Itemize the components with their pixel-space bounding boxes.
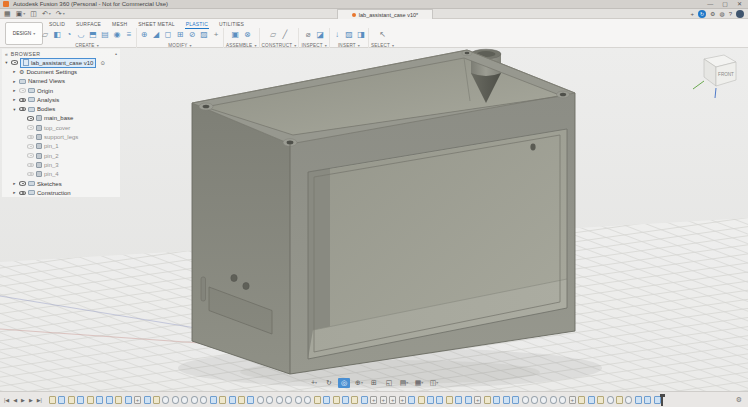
- browser-options-icon[interactable]: •: [115, 51, 117, 57]
- orbit-icon[interactable]: ↻: [323, 378, 335, 388]
- visibility-eye-icon[interactable]: [19, 88, 26, 93]
- help-icon[interactable]: ?: [729, 10, 732, 18]
- sweep-icon[interactable]: ◡: [76, 29, 86, 41]
- timeline-feature-fillet[interactable]: [172, 396, 179, 404]
- timeline-feature-fillet[interactable]: [540, 396, 547, 404]
- timeline-feature-extrude[interactable]: [465, 396, 472, 404]
- look-at-icon[interactable]: ◎: [338, 378, 350, 388]
- timeline-settings-gear-icon[interactable]: ⚙: [736, 396, 742, 404]
- loft-icon[interactable]: ⬒: [88, 29, 98, 41]
- step-forward-icon[interactable]: ▶: [29, 397, 33, 403]
- timeline-feature-extrude[interactable]: [503, 396, 510, 404]
- timeline-feature-move[interactable]: [399, 396, 406, 404]
- timeline-feature-extrude[interactable]: [644, 396, 651, 404]
- timeline-feature-sketch[interactable]: [446, 396, 453, 404]
- timeline-feature-fillet[interactable]: [607, 396, 614, 404]
- side-slot[interactable]: [201, 277, 206, 301]
- timeline-feature-extrude[interactable]: [588, 396, 595, 404]
- timeline-feature-move[interactable]: [569, 396, 576, 404]
- timeline-feature-fillet[interactable]: [200, 396, 207, 404]
- inner-wall-hole[interactable]: [530, 144, 535, 151]
- case-left-face[interactable]: [192, 103, 290, 374]
- joint-icon[interactable]: ⊗: [242, 29, 252, 41]
- rib-icon[interactable]: ▤: [100, 29, 110, 41]
- revolve-icon[interactable]: ◔: [64, 29, 74, 41]
- timeline-feature-fillet[interactable]: [266, 396, 273, 404]
- timeline-feature-move[interactable]: [380, 396, 387, 404]
- selected-item-box[interactable]: lab_assistant_case v10: [20, 58, 96, 68]
- viewports-icon[interactable]: ◫▾: [428, 378, 440, 388]
- browser-row-top-cover[interactable]: top_cover: [2, 123, 120, 132]
- settings-gear-icon[interactable]: ⚙: [710, 10, 715, 18]
- combine-icon[interactable]: ⊞: [175, 29, 185, 41]
- zoom-icon[interactable]: ⊕▾: [353, 378, 365, 388]
- create-sketch-icon[interactable]: ▱: [40, 29, 50, 41]
- timeline-feature-sketch[interactable]: [68, 396, 75, 404]
- fit-icon[interactable]: ◱: [383, 378, 395, 388]
- timeline-feature-extrude[interactable]: [106, 396, 113, 404]
- sync-status-icon[interactable]: ↻: [698, 10, 706, 18]
- timeline-feature-move[interactable]: [474, 396, 481, 404]
- minimize-button[interactable]: —: [707, 0, 713, 9]
- tree-arrow-icon[interactable]: ▾: [12, 107, 17, 112]
- insert-derive-icon[interactable]: ↓: [332, 29, 342, 41]
- canvas-image-icon[interactable]: ▨: [344, 29, 354, 41]
- hole-icon[interactable]: ◉: [112, 29, 122, 41]
- play-icon[interactable]: ▶: [21, 397, 25, 403]
- zoom-window-icon[interactable]: ⊞: [368, 378, 380, 388]
- construction-axis-icon[interactable]: ╱: [280, 29, 290, 41]
- timeline-feature-extrude[interactable]: [427, 396, 434, 404]
- visibility-eye-icon[interactable]: [27, 153, 34, 158]
- timeline-feature-extrude[interactable]: [96, 396, 103, 404]
- tree-arrow-icon[interactable]: ▸: [12, 69, 17, 74]
- select-cursor-icon[interactable]: ↖: [378, 29, 388, 41]
- timeline-feature-move[interactable]: [370, 396, 377, 404]
- save-icon[interactable]: ◫: [30, 9, 37, 19]
- application-menu-icon[interactable]: ▦: [4, 9, 11, 19]
- extrude-icon[interactable]: ◧: [52, 29, 62, 41]
- timeline-feature-fillet[interactable]: [522, 396, 529, 404]
- browser-row-named-views[interactable]: ▸Named Views: [2, 77, 120, 86]
- timeline-feature-extrude[interactable]: [58, 396, 65, 404]
- go-to-end-icon[interactable]: ▶|: [37, 397, 42, 403]
- ribbon-tab-sheet-metal[interactable]: SHEET METAL: [137, 20, 175, 28]
- notifications-bell-icon[interactable]: ◍: [719, 10, 724, 18]
- decal-icon[interactable]: ◨: [356, 29, 366, 41]
- undo-icon[interactable]: ↶▾: [42, 9, 51, 19]
- timeline-feature-extrude[interactable]: [635, 396, 642, 404]
- timeline-feature-move[interactable]: [389, 396, 396, 404]
- browser-row-support-legs[interactable]: support_legs: [2, 132, 120, 141]
- visibility-eye-icon[interactable]: [19, 98, 26, 103]
- add-tab-icon[interactable]: +: [691, 10, 695, 18]
- display-settings-icon[interactable]: ▤▾: [398, 378, 410, 388]
- visibility-eye-icon[interactable]: [27, 172, 34, 177]
- shell-icon[interactable]: ◻: [163, 29, 173, 41]
- tree-arrow-icon[interactable]: ▸: [12, 181, 17, 186]
- browser-row-bodies[interactable]: ▾Bodies: [2, 104, 120, 113]
- visibility-eye-icon[interactable]: [19, 107, 26, 112]
- timeline-playhead[interactable]: [661, 394, 663, 406]
- paint-icon[interactable]: ▨: [199, 29, 209, 41]
- timeline-feature-extrude[interactable]: [210, 396, 217, 404]
- browser-row-pin-1[interactable]: pin_1: [2, 142, 120, 151]
- new-component-icon[interactable]: ▣: [230, 29, 240, 41]
- tree-arrow-icon[interactable]: ▸: [12, 88, 17, 93]
- visibility-eye-icon[interactable]: [27, 135, 34, 140]
- maximize-button[interactable]: ▢: [722, 0, 728, 9]
- timeline-feature-fillet[interactable]: [162, 396, 169, 404]
- timeline-feature-sketch[interactable]: [597, 396, 604, 404]
- timeline-feature-fillet[interactable]: [276, 396, 283, 404]
- timeline-feature-fillet[interactable]: [559, 396, 566, 404]
- tree-arrow-icon[interactable]: ▸: [12, 190, 17, 195]
- timeline-feature-sketch[interactable]: [578, 396, 585, 404]
- timeline-feature-extrude[interactable]: [493, 396, 500, 404]
- timeline-feature-fillet[interactable]: [304, 396, 311, 404]
- browser-row-origin[interactable]: ▸Origin: [2, 86, 120, 95]
- timeline-feature-extrude[interactable]: [323, 396, 330, 404]
- visibility-eye-icon[interactable]: [11, 60, 18, 65]
- thread-icon[interactable]: ≡: [124, 29, 134, 41]
- timeline-feature-sketch[interactable]: [49, 396, 56, 404]
- ribbon-tab-surface[interactable]: SURFACE: [75, 20, 102, 28]
- collapse-panel-icon[interactable]: «: [5, 51, 8, 57]
- visibility-eye-icon[interactable]: [19, 181, 26, 186]
